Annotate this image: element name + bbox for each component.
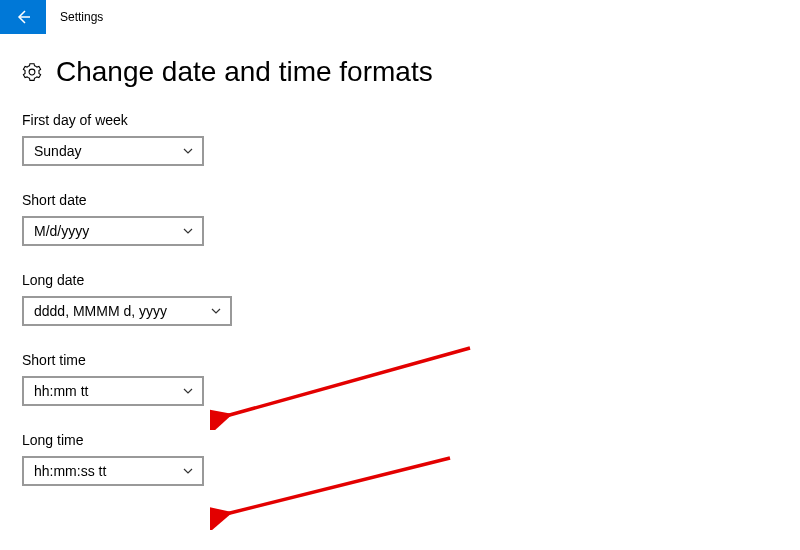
content-area: Change date and time formats First day o…	[0, 34, 800, 486]
field-label: Long date	[22, 272, 800, 288]
field-label: Long time	[22, 432, 800, 448]
first-day-of-week-dropdown[interactable]: Sunday	[22, 136, 204, 166]
field-long-date: Long date dddd, MMMM d, yyyy	[22, 272, 800, 326]
dropdown-value: hh:mm:ss tt	[34, 463, 106, 479]
chevron-down-icon	[182, 225, 194, 237]
short-time-dropdown[interactable]: hh:mm tt	[22, 376, 204, 406]
short-date-dropdown[interactable]: M/d/yyyy	[22, 216, 204, 246]
dropdown-value: hh:mm tt	[34, 383, 88, 399]
chevron-down-icon	[182, 465, 194, 477]
dropdown-value: Sunday	[34, 143, 81, 159]
chevron-down-icon	[182, 385, 194, 397]
chevron-down-icon	[182, 145, 194, 157]
long-time-dropdown[interactable]: hh:mm:ss tt	[22, 456, 204, 486]
dropdown-value: dddd, MMMM d, yyyy	[34, 303, 167, 319]
dropdown-value: M/d/yyyy	[34, 223, 89, 239]
field-short-time: Short time hh:mm tt	[22, 352, 800, 406]
field-long-time: Long time hh:mm:ss tt	[22, 432, 800, 486]
title-bar: Settings	[0, 0, 800, 34]
field-short-date: Short date M/d/yyyy	[22, 192, 800, 246]
page-title: Change date and time formats	[56, 56, 433, 88]
app-title: Settings	[60, 10, 103, 24]
field-first-day-of-week: First day of week Sunday	[22, 112, 800, 166]
field-label: Short date	[22, 192, 800, 208]
back-arrow-icon	[14, 8, 32, 26]
chevron-down-icon	[210, 305, 222, 317]
field-label: First day of week	[22, 112, 800, 128]
field-label: Short time	[22, 352, 800, 368]
gear-icon	[22, 62, 42, 82]
back-button[interactable]	[0, 0, 46, 34]
long-date-dropdown[interactable]: dddd, MMMM d, yyyy	[22, 296, 232, 326]
page-heading-row: Change date and time formats	[22, 56, 800, 88]
